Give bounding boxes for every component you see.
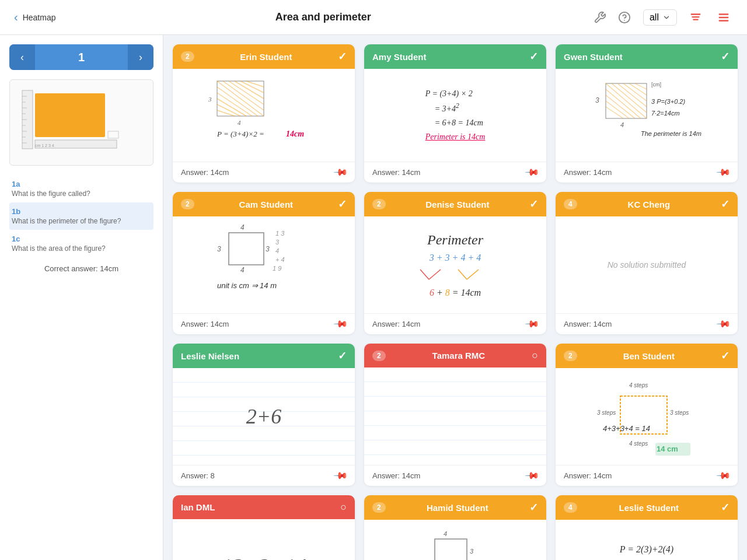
header: ‹ Heatmap Area and perimeter all bbox=[0, 0, 747, 35]
pin-button-ben[interactable]: 📌 bbox=[715, 468, 732, 484]
svg-text:3: 3 bbox=[470, 548, 474, 555]
status-icon-cam: ✓ bbox=[338, 198, 347, 211]
question-item-1a[interactable]: 1a What is the figure called? bbox=[9, 175, 153, 202]
card-body-hamid: 4 3 P = (3+4)×2 = 14 bbox=[364, 520, 546, 560]
next-question-button[interactable]: › bbox=[128, 44, 153, 70]
card-header-cam: 2 Cam Student ✓ bbox=[173, 192, 355, 216]
question-text-1b: What is the perimeter of the figure? bbox=[12, 217, 151, 225]
svg-text:3: 3 bbox=[217, 245, 221, 253]
status-icon-kc: ✓ bbox=[721, 198, 729, 211]
question-item-1b[interactable]: 1b What is the perimeter of the figure? bbox=[9, 202, 153, 230]
student-name-tamara: Tamara RMC bbox=[432, 351, 486, 360]
svg-text:14cm: 14cm bbox=[286, 130, 304, 138]
score-kc: 4 bbox=[564, 199, 577, 209]
pin-button-denise[interactable]: 📌 bbox=[524, 316, 540, 332]
card-body-denise: Perimeter 3 + 3 + 4 + 4 6 + 8 = 14cm bbox=[364, 216, 546, 314]
svg-text:4: 4 bbox=[620, 121, 624, 128]
header-left: ‹ Heatmap bbox=[14, 10, 55, 24]
question-label-1b: 1b bbox=[12, 207, 151, 216]
student-card-ben: 2 Ben Student ✓ 4 steps 3 steps 3 steps … bbox=[556, 344, 738, 486]
prev-question-button[interactable]: ‹ bbox=[9, 44, 35, 70]
svg-text:4: 4 bbox=[275, 247, 279, 254]
card-body-ian: 12+2=14 bbox=[173, 519, 355, 560]
svg-line-68 bbox=[458, 270, 467, 279]
svg-text:unit is cm ⇒ 14 m: unit is cm ⇒ 14 m bbox=[217, 281, 277, 290]
card-footer-gwen: Answer: 14cm 📌 bbox=[556, 162, 738, 183]
status-icon-denise: ✓ bbox=[529, 198, 538, 211]
pin-button-amy[interactable]: 📌 bbox=[524, 164, 540, 181]
question-number: 1 bbox=[35, 51, 128, 64]
student-card-leslie-s: 4 Leslie Student ✓ P = 2(3)+2(4) P = 6 +… bbox=[556, 495, 738, 560]
svg-rect-78 bbox=[435, 539, 467, 560]
score-ben: 2 bbox=[564, 351, 577, 361]
svg-text:4: 4 bbox=[238, 119, 241, 126]
card-header-amy: Amy Student ✓ bbox=[364, 44, 546, 69]
student-name-leslie-s: Leslie Student bbox=[619, 503, 679, 513]
svg-text:3: 3 bbox=[266, 245, 270, 253]
status-icon-ian: ○ bbox=[340, 501, 347, 513]
answer-label-erin: Answer: 14cm bbox=[181, 168, 229, 177]
status-icon-leslie-n: ✓ bbox=[338, 349, 347, 362]
filter-icon[interactable] bbox=[686, 8, 705, 27]
svg-line-67 bbox=[429, 270, 441, 279]
svg-text:3: 3 bbox=[275, 239, 280, 246]
pin-button-cam[interactable]: 📌 bbox=[333, 316, 349, 332]
status-icon-erin: ✓ bbox=[338, 50, 347, 63]
student-name-denise: Denise Student bbox=[425, 200, 489, 209]
pin-button-kc[interactable]: 📌 bbox=[715, 316, 732, 332]
student-card-kc: 4 KC Cheng ✓ No solution submitted Answe… bbox=[556, 192, 738, 334]
filter-dropdown[interactable]: all bbox=[643, 9, 677, 26]
card-header-kc: 4 KC Cheng ✓ bbox=[556, 192, 738, 216]
header-right: all bbox=[591, 8, 733, 27]
student-card-ian: Ian DML ○ 12+2=14 Answer: 📌 bbox=[173, 495, 355, 560]
svg-text:4 steps: 4 steps bbox=[629, 382, 648, 388]
student-name-cam: Cam Student bbox=[239, 200, 294, 209]
status-icon-hamid: ✓ bbox=[529, 501, 538, 514]
svg-text:14 cm: 14 cm bbox=[657, 444, 678, 453]
student-card-hamid: 2 Hamid Student ✓ 4 3 P = (3+4)×2 = 14 bbox=[364, 495, 546, 560]
card-header-gwen: Gwen Student ✓ bbox=[556, 44, 738, 69]
svg-text:3 P=(3+0.2): 3 P=(3+0.2) bbox=[651, 98, 685, 105]
breadcrumb: Heatmap bbox=[23, 13, 56, 22]
question-text-1a: What is the figure called? bbox=[12, 190, 151, 198]
pin-button-gwen[interactable]: 📌 bbox=[715, 164, 732, 181]
card-body-amy: P = (3+4) × 2 = 3+42 = 6+8 = 14cm Perime… bbox=[364, 69, 546, 162]
svg-text:[cm]: [cm] bbox=[651, 82, 661, 88]
student-name-erin: Erin Student bbox=[240, 52, 292, 62]
card-body-leslie-s: P = 2(3)+2(4) P = 6 + 8 = 14 bbox=[556, 520, 738, 560]
svg-text:+ 4: + 4 bbox=[275, 256, 285, 263]
back-button[interactable]: ‹ bbox=[14, 10, 18, 24]
figure-ben: 4 steps 3 steps 3 steps 4 steps 4+3+3+4 … bbox=[591, 373, 702, 460]
pin-button-erin[interactable]: 📌 bbox=[333, 164, 349, 181]
answer-label-tamara: Answer: 14cm bbox=[372, 471, 420, 480]
question-label-1a: 1a bbox=[12, 180, 151, 188]
tools-icon[interactable] bbox=[591, 8, 609, 27]
student-card-erin: 2 Erin Student ✓ bbox=[173, 44, 355, 183]
svg-text:3: 3 bbox=[595, 96, 599, 104]
menu-icon[interactable] bbox=[714, 8, 733, 27]
svg-text:1 9: 1 9 bbox=[273, 265, 281, 272]
help-icon[interactable] bbox=[615, 8, 634, 27]
student-name-leslie-n: Leslie Nielsen bbox=[181, 351, 239, 361]
card-header-ben: 2 Ben Student ✓ bbox=[556, 344, 738, 368]
card-header-ian: Ian DML ○ bbox=[173, 495, 355, 519]
answer-label-gwen: Answer: 14cm bbox=[564, 168, 612, 177]
svg-text:The perimeter is 14m: The perimeter is 14m bbox=[641, 130, 701, 137]
svg-rect-55 bbox=[229, 233, 264, 265]
pin-button-tamara[interactable]: 📌 bbox=[524, 468, 540, 484]
svg-line-69 bbox=[467, 270, 479, 279]
card-body-tamara bbox=[364, 368, 546, 466]
pin-button-leslie-n[interactable]: 📌 bbox=[333, 468, 349, 484]
answer-label-denise: Answer: 14cm bbox=[372, 320, 420, 328]
figure-cam: 4 3 3 4 1 3 3 4 + 4 1 9 unit is cm ⇒ 14 … bbox=[205, 221, 322, 309]
question-item-1c[interactable]: 1c What is the area of the figure? bbox=[9, 230, 153, 257]
svg-text:cm 1  2  3  4: cm 1 2 3 4 bbox=[35, 144, 54, 148]
handwriting-denise: Perimeter 3 + 3 + 4 + 4 6 + 8 = 14cm bbox=[403, 226, 508, 304]
score-cam: 2 bbox=[181, 199, 194, 209]
card-header-leslie-s: 4 Leslie Student ✓ bbox=[556, 495, 738, 520]
answer-label-cam: Answer: 14cm bbox=[181, 320, 229, 328]
svg-line-66 bbox=[420, 270, 429, 279]
no-solution-kc: No solution submitted bbox=[596, 249, 698, 281]
svg-text:4+3+3+4 = 14: 4+3+3+4 = 14 bbox=[603, 424, 650, 433]
card-footer-erin: Answer: 14cm 📌 bbox=[173, 162, 355, 183]
